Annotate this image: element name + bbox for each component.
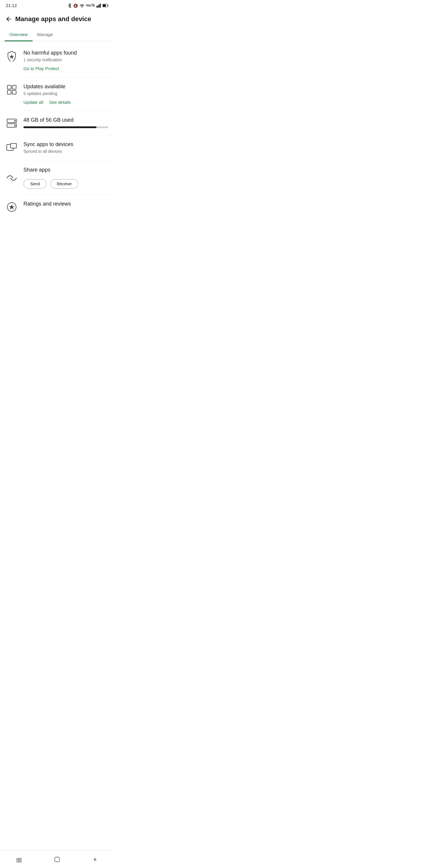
- signal-icon: [96, 3, 101, 8]
- svg-rect-7: [103, 4, 106, 7]
- back-button[interactable]: [2, 12, 15, 26]
- back-icon: [6, 16, 12, 22]
- go-to-play-protect-link[interactable]: Go to Play Protect: [24, 66, 59, 71]
- play-protect-icon: [6, 50, 18, 62]
- storage-body: 48 GB of 56 GB used: [24, 117, 108, 128]
- update-all-link[interactable]: Update all: [24, 100, 43, 105]
- svg-rect-6: [108, 5, 108, 6]
- svg-rect-11: [7, 90, 11, 94]
- storage-title: 48 GB of 56 GB used: [24, 117, 108, 123]
- svg-marker-8: [9, 54, 14, 59]
- ratings-section: Ratings and reviews: [0, 195, 114, 219]
- send-button[interactable]: Send: [24, 179, 46, 189]
- status-icons: 🔇 VoLTE: [68, 3, 108, 8]
- share-apps-icon: [6, 172, 18, 184]
- ratings-icon: [6, 201, 18, 213]
- receive-button[interactable]: Receive: [50, 179, 78, 189]
- storage-section: 48 GB of 56 GB used: [0, 111, 114, 135]
- play-protect-subtitle: 1 security notification: [24, 57, 108, 63]
- sync-icon: [6, 142, 18, 153]
- storage-icon: [6, 117, 18, 129]
- updates-actions: Update all See details: [24, 100, 108, 105]
- status-bar: 21:12 🔇 VoLTE: [0, 0, 114, 10]
- svg-rect-4: [100, 3, 101, 8]
- svg-rect-10: [12, 85, 16, 89]
- ratings-body: Ratings and reviews: [24, 200, 108, 207]
- tab-bar: Overview Manage: [0, 28, 114, 41]
- share-apps-title: Share apps: [24, 166, 51, 173]
- svg-rect-1: [96, 6, 97, 8]
- svg-point-15: [14, 120, 16, 121]
- status-time: 21:12: [6, 3, 17, 8]
- content-area: No harmful apps found 1 security notific…: [0, 41, 114, 221]
- updates-icon: [6, 84, 18, 96]
- page-title: Manage apps and device: [15, 15, 109, 23]
- bluetooth-icon: [68, 3, 72, 8]
- storage-bar-fill: [24, 126, 96, 128]
- svg-rect-9: [7, 85, 11, 89]
- sync-subtitle: Synced to all devices: [24, 149, 108, 155]
- updates-title: Updates available: [24, 83, 108, 90]
- updates-section: Updates available 5 updates pending Upda…: [0, 78, 114, 111]
- sync-section: Sync apps to devices Synced to all devic…: [0, 135, 114, 160]
- svg-rect-3: [99, 4, 100, 8]
- svg-rect-12: [12, 90, 16, 94]
- lte-icon: VoLTE: [86, 4, 95, 7]
- svg-marker-20: [9, 205, 15, 209]
- updates-body: Updates available 5 updates pending Upda…: [24, 83, 108, 105]
- svg-rect-2: [98, 5, 98, 8]
- battery-icon: [103, 4, 108, 7]
- wifi-icon: [79, 3, 85, 8]
- header: Manage apps and device: [0, 10, 114, 28]
- svg-text:🔇: 🔇: [73, 3, 78, 8]
- play-protect-body: No harmful apps found 1 security notific…: [24, 50, 108, 71]
- share-buttons: Send Receive: [24, 179, 78, 189]
- tab-overview[interactable]: Overview: [5, 28, 33, 41]
- play-protect-title: No harmful apps found: [24, 50, 108, 56]
- sync-body: Sync apps to devices Synced to all devic…: [24, 141, 108, 155]
- tab-manage[interactable]: Manage: [33, 28, 58, 41]
- ratings-title: Ratings and reviews: [24, 200, 108, 207]
- share-body: Share apps Send Receive: [24, 166, 108, 189]
- share-apps-section: Share apps Send Receive: [0, 161, 114, 194]
- updates-subtitle: 5 updates pending: [24, 91, 108, 97]
- svg-point-16: [14, 125, 16, 126]
- mute-icon: 🔇: [73, 3, 78, 8]
- see-details-link[interactable]: See details: [49, 100, 71, 105]
- play-protect-section: No harmful apps found 1 security notific…: [0, 44, 114, 77]
- storage-bar-container: [24, 126, 108, 128]
- svg-rect-18: [10, 144, 17, 148]
- sync-title: Sync apps to devices: [24, 141, 108, 148]
